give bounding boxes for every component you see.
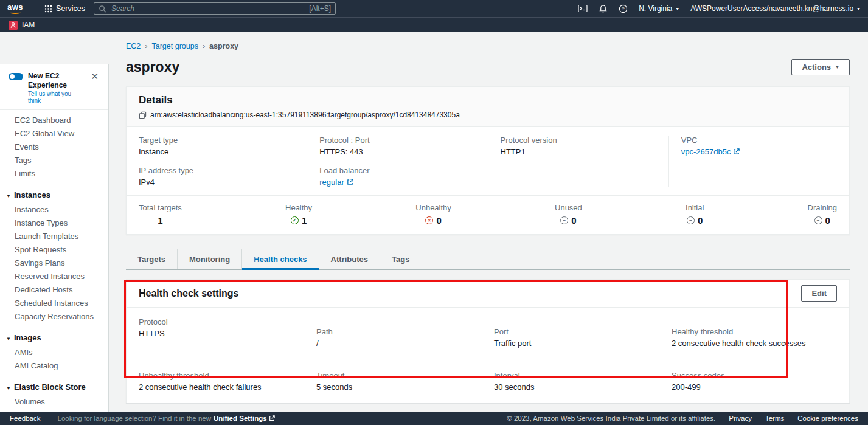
chevron-down-icon: ▼ — [675, 7, 679, 11]
aws-logo[interactable]: aws — [7, 4, 23, 14]
notifications-bell-icon[interactable] — [599, 4, 608, 13]
field-label: Protocol version — [501, 136, 656, 145]
cloudshell-icon[interactable] — [578, 4, 588, 13]
sidebar-item[interactable]: ▼Instances — [0, 188, 108, 203]
sidebar-item[interactable]: Tags — [0, 154, 108, 167]
sidebar-item[interactable]: ▼Images — [0, 331, 108, 346]
health-check-field: Success codes 200-499 — [672, 371, 837, 392]
console-footer: Feedback Looking for language selection?… — [0, 412, 868, 425]
services-menu[interactable]: Services — [44, 4, 85, 13]
language-selection-note: Looking for language selection? Find it … — [58, 415, 275, 422]
privacy-link[interactable]: Privacy — [729, 415, 752, 422]
tab[interactable]: Attributes — [319, 249, 380, 269]
iam-shortcut[interactable]: IAM — [22, 21, 35, 29]
field-value: HTTPS — [139, 329, 304, 338]
top-navigation-bar: aws Services [Alt+S] — [0, 0, 868, 17]
sidebar-item-label: Volumes — [15, 397, 45, 406]
field-label: Healthy threshold — [672, 327, 837, 336]
edit-button[interactable]: Edit — [801, 285, 837, 302]
field-value: 2 consecutive health check successes — [672, 339, 837, 348]
stat-value: 1 — [158, 215, 162, 226]
sidebar-item[interactable]: Volumes — [0, 395, 108, 409]
sidebar-item[interactable]: AMIs — [0, 346, 108, 359]
sidebar-item[interactable]: Events — [0, 140, 108, 154]
account-menu[interactable]: AWSPowerUserAccess/navaneeth.kn@harness.… — [690, 4, 861, 13]
feedback-link[interactable]: Feedback — [10, 415, 41, 422]
search-bar[interactable]: [Alt+S] — [94, 2, 336, 15]
breadcrumb-separator: › — [145, 42, 147, 50]
stat-value: 0 — [698, 215, 703, 226]
stat-value: 0 — [825, 215, 830, 226]
detail-field: Target type Instance — [139, 136, 294, 156]
sidebar-item[interactable]: Instances — [0, 203, 108, 216]
breadcrumb-target-groups[interactable]: Target groups — [152, 42, 198, 50]
copy-arn-icon[interactable] — [139, 111, 147, 119]
external-link-icon — [733, 148, 740, 155]
details-column: VPC vpc-2657db5c — [668, 136, 849, 187]
details-panel: Details arn:aws:elasticloadbalancing:us-… — [126, 86, 850, 235]
new-experience-banner: New EC2 Experience Tell us what you thin… — [0, 64, 108, 110]
field-label: Unhealthy threshold — [139, 371, 304, 380]
sidebar-item[interactable]: Spot Requests — [0, 243, 108, 257]
sidebar-item-label: Capacity Reservations — [15, 312, 94, 321]
sidebar-item-label: Tags — [15, 156, 31, 165]
unified-settings-link[interactable]: Unified Settings — [214, 415, 275, 422]
field-value[interactable]: vpc-2657db5c — [681, 147, 731, 156]
health-check-settings-panel: Health check settings Edit Protocol HTTP… — [126, 279, 850, 403]
details-column: Target type Instance IP address type IPv… — [127, 136, 307, 187]
field-value: 2 consecutive health check failures — [139, 382, 304, 392]
actions-button[interactable]: Actions ▼ — [791, 59, 850, 75]
sidebar-item[interactable]: Capacity Reservations — [0, 310, 108, 323]
sidebar-item[interactable]: Instance Types — [0, 216, 108, 230]
tab[interactable]: Monitoring — [177, 249, 241, 269]
sidebar-item[interactable]: AMI Catalog — [0, 359, 108, 373]
sidebar-item-label: Elastic Block Store — [14, 382, 86, 392]
sidebar-item[interactable]: Dedicated Hosts — [0, 283, 108, 297]
sidebar-item[interactable]: Snapshots — [0, 409, 108, 412]
stat-label: Draining — [808, 203, 837, 212]
field-label: Timeout — [316, 371, 482, 380]
sidebar-item[interactable]: Scheduled Instances — [0, 297, 108, 310]
external-link-icon — [269, 415, 275, 421]
breadcrumb-ec2[interactable]: EC2 — [126, 42, 141, 50]
status-icon: ✓ — [291, 216, 299, 224]
target-health-summary: Total targets 1 Healthy ✓ 1 — [127, 195, 849, 234]
tab[interactable]: Targets — [126, 249, 177, 269]
target-stat: Initial − 0 — [686, 203, 704, 226]
breadcrumb: EC2 › Target groups › asproxy — [126, 42, 850, 50]
tab[interactable]: Health checks — [241, 249, 318, 269]
sidebar-item[interactable]: Reserved Instances — [0, 270, 108, 283]
stat-label: Total targets — [139, 203, 182, 212]
cookie-preferences-link[interactable]: Cookie preferences — [797, 415, 858, 422]
field-value[interactable]: regular — [319, 178, 344, 187]
apps-grid-icon — [44, 5, 52, 13]
status-icon: − — [687, 216, 695, 224]
search-input[interactable] — [110, 4, 305, 13]
tab[interactable]: Tags — [380, 249, 421, 269]
sidebar-item[interactable]: Launch Templates — [0, 230, 108, 243]
health-check-settings-title: Health check settings — [139, 288, 239, 300]
stat-value: 0 — [571, 215, 576, 226]
new-experience-toggle[interactable] — [9, 73, 23, 80]
region-label: N. Virginia — [639, 4, 672, 13]
new-experience-feedback-link[interactable]: Tell us what you think — [28, 91, 83, 104]
sidebar-item[interactable]: EC2 Global View — [0, 127, 108, 140]
sidebar-item[interactable]: ▼Elastic Block Store — [0, 381, 108, 395]
help-icon[interactable]: ? — [619, 4, 628, 13]
close-icon[interactable]: ✕ — [88, 71, 101, 82]
terms-link[interactable]: Terms — [765, 415, 784, 422]
health-check-field: Healthy threshold 2 consecutive health c… — [672, 327, 837, 348]
field-label: Port — [494, 327, 659, 336]
sidebar-item[interactable]: EC2 Dashboard — [0, 114, 108, 127]
detail-field: Load balancer regular — [319, 166, 475, 187]
stat-label: Unused — [555, 203, 582, 212]
sidebar-item-label: AMIs — [15, 348, 33, 357]
sidebar-item-label: Instances — [15, 205, 49, 214]
stat-label: Unhealthy — [415, 203, 451, 212]
nav-divider — [38, 4, 38, 13]
sidebar-item[interactable]: Limits — [0, 167, 108, 181]
target-stat: Unhealthy × 0 — [415, 203, 451, 226]
region-selector[interactable]: N. Virginia ▼ — [639, 4, 679, 13]
sidebar-item[interactable]: Savings Plans — [0, 257, 108, 270]
field-label: VPC — [681, 136, 837, 145]
